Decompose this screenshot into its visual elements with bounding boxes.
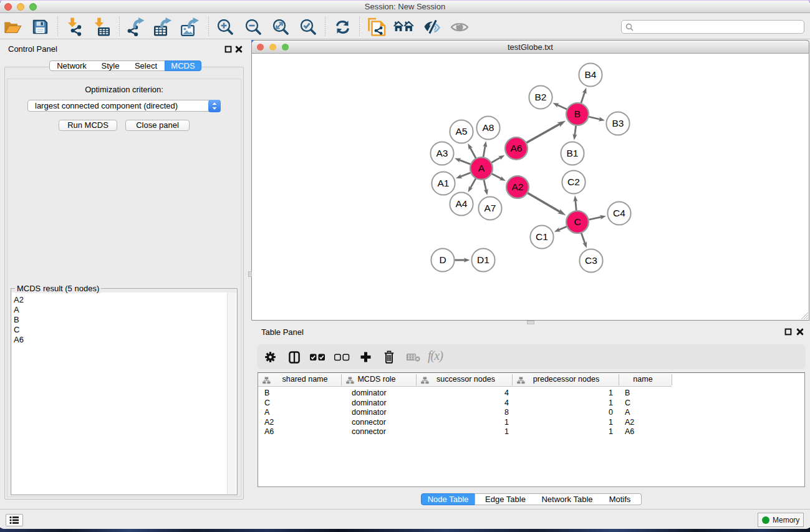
svg-text:C3: C3 (585, 255, 597, 266)
svg-text:A: A (478, 163, 485, 173)
svg-text:B4: B4 (585, 69, 597, 80)
svg-text:C1: C1 (536, 231, 548, 242)
svg-text:A4: A4 (456, 198, 468, 209)
svg-text:A5: A5 (456, 126, 468, 137)
svg-text:A6: A6 (511, 143, 523, 153)
svg-text:C: C (574, 216, 581, 227)
svg-text:A2: A2 (512, 181, 524, 192)
svg-text:B: B (574, 109, 581, 119)
svg-text:A1: A1 (438, 178, 450, 188)
svg-text:C4: C4 (613, 208, 625, 218)
svg-text:B3: B3 (612, 118, 624, 128)
svg-text:A7: A7 (485, 203, 496, 213)
svg-text:B2: B2 (535, 92, 547, 102)
svg-text:A3: A3 (436, 148, 448, 158)
svg-text:A8: A8 (483, 122, 494, 133)
svg-text:D: D (439, 254, 446, 265)
svg-text:B1: B1 (567, 148, 579, 158)
svg-text:D1: D1 (477, 254, 489, 265)
svg-text:C2: C2 (567, 177, 580, 187)
